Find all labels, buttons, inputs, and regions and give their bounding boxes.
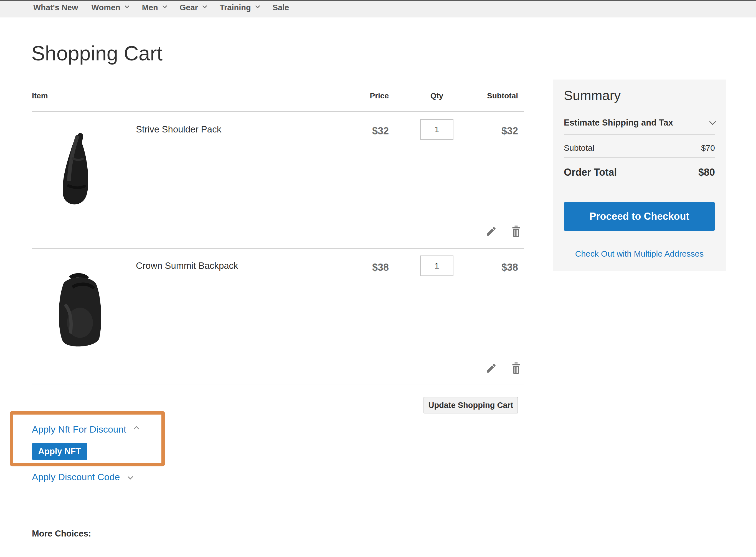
table-row: Crown Summit Backpack $38 $38	[32, 249, 524, 385]
apply-nft-button[interactable]: Apply NFT	[32, 443, 87, 460]
nav-item-men[interactable]: Men	[142, 3, 166, 12]
qty-input[interactable]	[420, 119, 453, 140]
chevron-down-icon	[124, 4, 129, 8]
product-name-link[interactable]: Crown Summit Backpack	[136, 261, 238, 271]
nav-menu: What's New Women Men Gear Training Sale	[0, 1, 756, 13]
qty-input[interactable]	[420, 256, 453, 276]
summary-divider	[564, 157, 715, 158]
chevron-down-icon	[162, 4, 167, 8]
column-header-subtotal: Subtotal	[457, 91, 518, 100]
product-image[interactable]	[53, 131, 103, 207]
order-total-value: $80	[698, 167, 715, 178]
nav-item-whats-new[interactable]: What's New	[33, 3, 78, 12]
apply-nft-toggle[interactable]: Apply Nft For Discount	[32, 424, 138, 435]
table-row: Strive Shoulder Pack $32 $32	[32, 111, 524, 249]
nav-item-training[interactable]: Training	[220, 3, 259, 12]
column-header-item: Item	[32, 91, 48, 100]
apply-discount-code-label: Apply Discount Code	[32, 472, 120, 482]
nav-label: Women	[91, 3, 120, 12]
summary-subtotal-label: Subtotal	[564, 143, 594, 153]
chevron-down-icon	[255, 4, 260, 8]
product-image[interactable]	[49, 273, 108, 349]
edit-icon[interactable]	[485, 362, 497, 374]
multiple-addresses-link[interactable]: Check Out with Multiple Addresses	[564, 249, 715, 259]
product-price: $38	[333, 262, 389, 273]
row-divider	[32, 385, 524, 385]
main-navigation: What's New Women Men Gear Training Sale	[0, 0, 756, 18]
column-header-price: Price	[333, 91, 389, 100]
nav-item-gear[interactable]: Gear	[180, 3, 206, 12]
product-name-link[interactable]: Strive Shoulder Pack	[136, 124, 221, 135]
summary-title: Summary	[564, 88, 621, 103]
nav-item-women[interactable]: Women	[91, 3, 129, 12]
apply-nft-toggle-label: Apply Nft For Discount	[32, 424, 126, 435]
summary-divider	[564, 112, 715, 112]
more-choices-heading: More Choices:	[32, 529, 91, 539]
summary-panel: Summary Estimate Shipping and Tax Subtot…	[553, 80, 726, 271]
summary-subtotal-value: $70	[701, 143, 715, 153]
proceed-to-checkout-button[interactable]: Proceed to Checkout	[564, 202, 715, 231]
delete-icon[interactable]	[510, 362, 522, 374]
order-total-label: Order Total	[564, 167, 617, 178]
update-shopping-cart-button[interactable]: Update Shopping Cart	[423, 397, 518, 413]
nav-label: Training	[220, 3, 251, 12]
chevron-down-icon	[709, 118, 716, 125]
estimate-shipping-label: Estimate Shipping and Tax	[564, 118, 673, 128]
nav-label: What's New	[33, 3, 78, 12]
product-subtotal: $32	[457, 125, 518, 137]
chevron-down-icon	[202, 4, 207, 8]
shopping-cart-page: What's New Women Men Gear Training Sale	[0, 0, 756, 557]
column-header-qty: Qty	[420, 91, 453, 100]
product-subtotal: $38	[457, 262, 518, 273]
page-title: Shopping Cart	[31, 41, 163, 65]
chevron-up-icon	[134, 426, 139, 432]
nav-label: Sale	[273, 3, 289, 12]
estimate-shipping-toggle[interactable]: Estimate Shipping and Tax	[564, 118, 715, 128]
nav-label: Gear	[180, 3, 198, 12]
product-price: $32	[333, 125, 389, 137]
chevron-down-icon	[128, 474, 133, 479]
nav-label: Men	[142, 3, 158, 12]
apply-discount-code-toggle[interactable]: Apply Discount Code	[32, 472, 132, 482]
nav-item-sale[interactable]: Sale	[273, 3, 289, 12]
delete-icon[interactable]	[510, 226, 522, 237]
edit-icon[interactable]	[485, 226, 497, 237]
